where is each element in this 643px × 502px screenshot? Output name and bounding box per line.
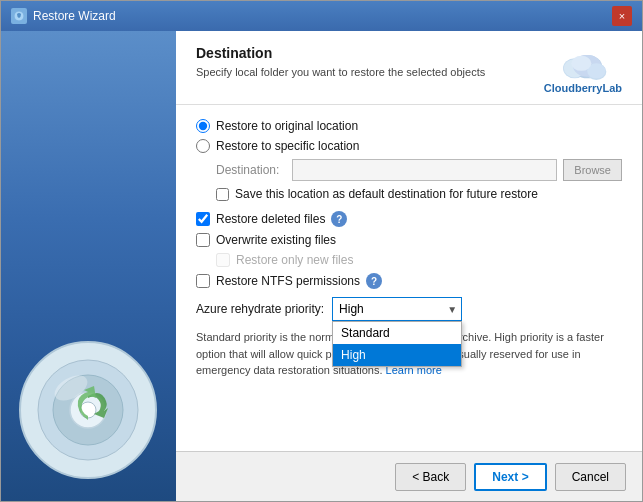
restore-original-row: Restore to original location (196, 119, 622, 133)
save-location-checkbox[interactable] (216, 188, 229, 201)
sidebar (1, 31, 176, 501)
dropdown-arrow-icon: ▼ (447, 304, 457, 315)
logo-text: CloudberryLab (544, 82, 622, 94)
footer: < Back Next > Cancel (176, 451, 642, 501)
save-location-label[interactable]: Save this location as default destinatio… (235, 187, 538, 201)
restore-original-label[interactable]: Restore to original location (216, 119, 358, 133)
page-subtitle: Specify local folder you want to restore… (196, 65, 485, 80)
azure-row: Azure rehydrate priority: High ▼ Standar… (196, 297, 622, 321)
destination-row: Destination: Browse (216, 159, 622, 181)
ntfs-checkbox[interactable] (196, 274, 210, 288)
title-bar-left: Restore Wizard (11, 8, 116, 24)
next-button[interactable]: Next > (474, 463, 546, 491)
azure-dropdown[interactable]: High ▼ (332, 297, 462, 321)
title-bar: Restore Wizard × (1, 1, 642, 31)
header-text: Destination Specify local folder you wan… (196, 45, 485, 80)
header-section: Destination Specify local folder you wan… (176, 31, 642, 105)
restore-specific-row: Restore to specific location (196, 139, 622, 153)
svg-point-13 (571, 56, 591, 71)
restore-deleted-checkbox[interactable] (196, 212, 210, 226)
azure-label: Azure rehydrate priority: (196, 302, 324, 316)
destination-input[interactable] (292, 159, 557, 181)
restore-only-new-row: Restore only new files (216, 253, 622, 267)
overwrite-label[interactable]: Overwrite existing files (216, 233, 336, 247)
restore-deleted-row: Restore deleted files ? (196, 211, 622, 227)
cancel-button[interactable]: Cancel (555, 463, 626, 491)
restore-only-new-checkbox[interactable] (216, 253, 230, 267)
overwrite-row: Overwrite existing files (196, 233, 622, 247)
content-area: Destination Specify local folder you wan… (1, 31, 642, 501)
ntfs-row: Restore NTFS permissions ? (196, 273, 622, 289)
restore-wizard-window: Restore Wizard × (0, 0, 643, 502)
browse-button[interactable]: Browse (563, 159, 622, 181)
page-title: Destination (196, 45, 485, 61)
restore-only-new-label: Restore only new files (236, 253, 353, 267)
ntfs-help-icon[interactable]: ? (366, 273, 382, 289)
restore-specific-label[interactable]: Restore to specific location (216, 139, 359, 153)
azure-option-high[interactable]: High (333, 344, 461, 366)
ntfs-label[interactable]: Restore NTFS permissions (216, 274, 360, 288)
restore-original-radio[interactable] (196, 119, 210, 133)
svg-point-5 (80, 402, 96, 418)
window-title: Restore Wizard (33, 9, 116, 23)
back-button[interactable]: < Back (395, 463, 466, 491)
main-panel: Destination Specify local folder you wan… (176, 31, 642, 501)
destination-label: Destination: (216, 163, 286, 177)
azure-dropdown-menu: Standard High (332, 321, 462, 367)
overwrite-checkbox[interactable] (196, 233, 210, 247)
form-section: Restore to original location Restore to … (176, 105, 642, 451)
save-location-row: Save this location as default destinatio… (216, 187, 622, 201)
restore-specific-radio[interactable] (196, 139, 210, 153)
azure-option-standard[interactable]: Standard (333, 322, 461, 344)
restore-deleted-help-icon[interactable]: ? (331, 211, 347, 227)
azure-dropdown-wrapper: High ▼ Standard High (332, 297, 462, 321)
logo-icon (558, 45, 608, 80)
azure-selected-value: High (339, 302, 364, 316)
window-icon (11, 8, 27, 24)
logo-area: CloudberryLab (544, 45, 622, 94)
restore-deleted-label[interactable]: Restore deleted files (216, 212, 325, 226)
disc-decoration (16, 338, 161, 486)
close-button[interactable]: × (612, 6, 632, 26)
